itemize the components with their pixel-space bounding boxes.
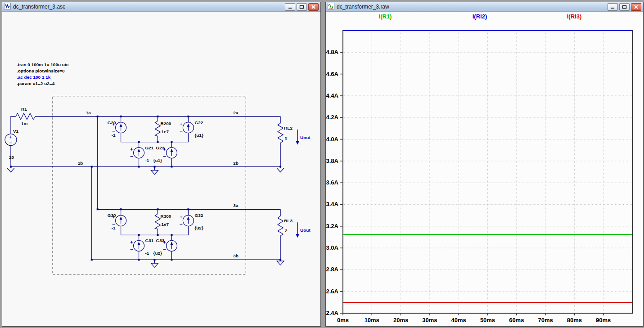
wire-net-internal-3[interactable] bbox=[121, 226, 189, 240]
value-RL3[interactable]: 2 bbox=[285, 228, 288, 233]
y-tick-label: 3.4A bbox=[326, 201, 339, 207]
resistor-RL3[interactable] bbox=[278, 216, 283, 236]
x-tick-label: 60ms bbox=[509, 317, 524, 324]
minimize-icon bbox=[288, 5, 293, 9]
uout-arrow-3[interactable] bbox=[296, 222, 299, 238]
label-G32[interactable]: G32 bbox=[194, 213, 203, 218]
node-label-2a[interactable]: 2a bbox=[233, 110, 239, 115]
directive-tran[interactable]: .tran 0 100m 1u 100u uic bbox=[17, 62, 69, 67]
label-G31[interactable]: G31 bbox=[145, 238, 154, 243]
x-tick-label: 90ms bbox=[596, 317, 611, 324]
waveform-maximize-button[interactable] bbox=[619, 3, 630, 11]
node-label-1b[interactable]: 1b bbox=[78, 161, 83, 166]
ground-symbol-internal-3[interactable] bbox=[151, 263, 158, 267]
schematic-maximize-button[interactable] bbox=[297, 3, 307, 11]
label-G22[interactable]: G22 bbox=[194, 120, 203, 125]
node-label-3b[interactable]: 3b bbox=[233, 253, 239, 258]
wire-net-primary-top[interactable] bbox=[11, 117, 280, 210]
label-G20[interactable]: G20 bbox=[108, 120, 116, 125]
value-G30[interactable]: -1 bbox=[112, 225, 116, 230]
uout-arrow-2[interactable] bbox=[296, 130, 299, 145]
y-tick-label: 4.0A bbox=[326, 136, 339, 143]
gsource-G31[interactable] bbox=[131, 240, 144, 251]
resistor-R300[interactable] bbox=[155, 214, 161, 229]
label-R1[interactable]: R1 bbox=[21, 107, 27, 112]
node-label-3a[interactable]: 3a bbox=[233, 203, 239, 208]
value-R300[interactable]: 1e7 bbox=[161, 222, 169, 227]
waveform-doc-icon bbox=[328, 3, 334, 11]
trace-label-ir1[interactable]: I(R1) bbox=[365, 13, 405, 20]
directive-param[interactable]: .param u1=2 u2=4 bbox=[17, 81, 55, 86]
y-tick-label: 4.4A bbox=[326, 92, 339, 99]
waveform-close-button[interactable] bbox=[631, 3, 641, 11]
schematic-close-button[interactable] bbox=[308, 3, 319, 11]
value-G22[interactable]: {u1} bbox=[194, 133, 203, 138]
directive-options[interactable]: .options plotwinsize=0 bbox=[17, 68, 65, 73]
label-G23[interactable]: G23 bbox=[156, 145, 165, 150]
close-icon bbox=[311, 5, 316, 9]
y-tick-label: 2.8A bbox=[326, 266, 339, 273]
value-G20[interactable]: -1 bbox=[112, 133, 116, 138]
y-tick-label: 3.2A bbox=[326, 223, 339, 229]
gsource-G33[interactable] bbox=[163, 240, 177, 251]
uout-label-2[interactable]: Uout bbox=[300, 135, 311, 140]
value-G31[interactable]: -1 bbox=[145, 251, 149, 256]
label-R200[interactable]: R200 bbox=[160, 121, 171, 126]
resistor-RL2[interactable] bbox=[278, 123, 283, 143]
node-label-1a[interactable]: 1a bbox=[86, 110, 91, 115]
value-G21[interactable]: -1 bbox=[145, 158, 149, 163]
voltage-source-V1[interactable] bbox=[5, 134, 17, 146]
label-R300[interactable]: R300 bbox=[160, 214, 171, 219]
trace-legend: I(R1) I(Rl2) I(Rl3) bbox=[326, 12, 643, 22]
y-tick-label: 4.8A bbox=[326, 49, 339, 55]
label-RL3[interactable]: RL3 bbox=[284, 218, 293, 223]
value-G33[interactable]: {u2} bbox=[153, 251, 162, 256]
trace-label-irl2[interactable]: I(Rl2) bbox=[459, 13, 500, 20]
y-tick-label: 3.0A bbox=[326, 244, 339, 251]
schematic-title: dc_transformer_3.asc bbox=[13, 4, 65, 10]
label-RL2[interactable]: RL2 bbox=[284, 126, 293, 130]
schematic-drawing[interactable]: .tran 0 100m 1u 100u uic .options plotwi… bbox=[2, 12, 320, 326]
schematic-titlebar[interactable]: dc_transformer_3.asc bbox=[2, 2, 320, 12]
uout-label-3[interactable]: Uout bbox=[300, 228, 311, 233]
close-icon bbox=[634, 5, 639, 9]
waveform-titlebar[interactable]: dc_transformer_3.raw bbox=[326, 2, 643, 12]
value-V1[interactable]: 20 bbox=[9, 155, 14, 160]
label-G33[interactable]: G33 bbox=[156, 238, 165, 243]
gsource-G23[interactable] bbox=[163, 148, 177, 158]
label-V1[interactable]: V1 bbox=[13, 129, 19, 134]
label-G21[interactable]: G21 bbox=[145, 145, 154, 150]
schematic-doc-icon bbox=[4, 3, 11, 11]
value-G23[interactable]: {u1} bbox=[153, 158, 162, 163]
ground-symbol-internal-2[interactable] bbox=[151, 170, 158, 174]
wire-net-internal-2[interactable] bbox=[121, 133, 189, 148]
resistor-R1[interactable] bbox=[16, 113, 36, 120]
x-tick-label: 30ms bbox=[422, 317, 437, 324]
directive-ac[interactable]: .ac dec 100 1 1k bbox=[17, 75, 51, 80]
gsource-G22[interactable] bbox=[180, 122, 194, 133]
ground-symbol-v1[interactable] bbox=[7, 168, 14, 172]
schematic-minimize-button[interactable] bbox=[285, 3, 295, 11]
schematic-canvas[interactable]: .tran 0 100m 1u 100u uic .options plotwi… bbox=[2, 12, 320, 326]
gsource-G21[interactable] bbox=[131, 148, 144, 158]
transformer-model-boundary[interactable] bbox=[53, 96, 246, 274]
gsource-G32[interactable] bbox=[180, 215, 194, 226]
waveform-window: dc_transformer_3.raw I(R1) I(Rl2) I(Rl3)… bbox=[325, 2, 644, 327]
ground-symbol-rl2[interactable] bbox=[277, 168, 284, 172]
x-tick-label: 20ms bbox=[393, 317, 408, 324]
value-R200[interactable]: 1e7 bbox=[161, 129, 169, 134]
value-G32[interactable]: {u2} bbox=[194, 225, 203, 230]
node-label-2b[interactable]: 2b bbox=[233, 161, 239, 166]
waveform-minimize-button[interactable] bbox=[608, 3, 618, 11]
plot-area[interactable]: 0ms10ms20ms30ms40ms50ms60ms70ms80ms90ms2… bbox=[326, 22, 643, 326]
ground-symbol-rl3[interactable] bbox=[277, 261, 284, 265]
resistor-R200[interactable] bbox=[155, 121, 161, 136]
y-tick-label: 4.6A bbox=[326, 71, 339, 77]
label-G30[interactable]: G30 bbox=[108, 213, 116, 218]
trace-label-irl3[interactable]: I(Rl3) bbox=[554, 13, 594, 20]
value-R1[interactable]: 1m bbox=[21, 121, 28, 126]
maximize-icon bbox=[622, 5, 627, 9]
value-RL2[interactable]: 2 bbox=[285, 135, 288, 140]
waveform-pane: I(R1) I(Rl2) I(Rl3) 0ms10ms20ms30ms40ms5… bbox=[326, 12, 643, 326]
wire-net-bottom-3[interactable] bbox=[92, 236, 280, 263]
